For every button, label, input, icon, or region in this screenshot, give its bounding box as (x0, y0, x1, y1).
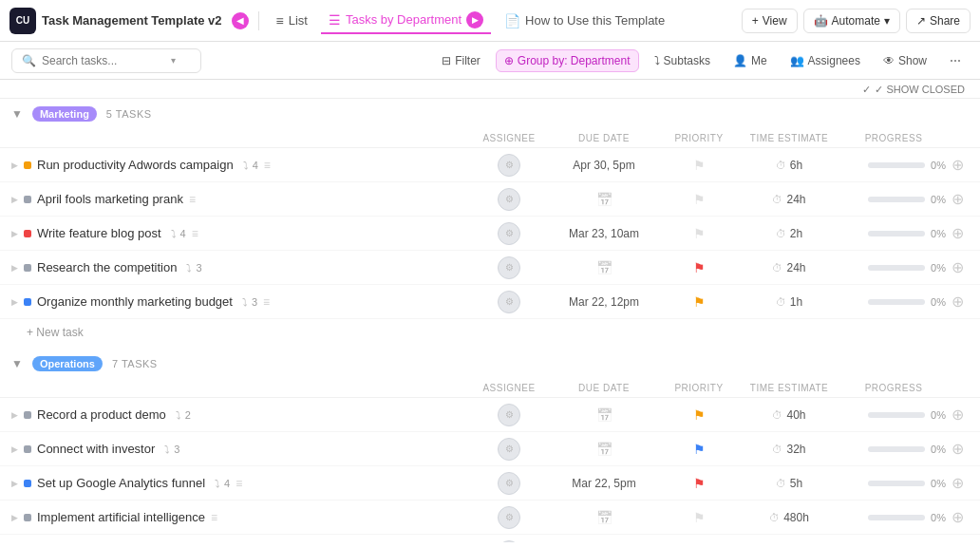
time-estimate-cell: ⏱5h (737, 477, 841, 490)
task-menu-icon[interactable]: ≡ (236, 477, 242, 490)
table-row[interactable]: ▶Set up Google Analytics funnel⤵4≡⚙Mar 2… (0, 466, 980, 501)
col-header-6 (946, 383, 969, 393)
show-closed-btn[interactable]: ✓ ✓ SHOW CLOSED (862, 84, 965, 96)
collapse-btn-operations[interactable]: ▼ (11, 357, 23, 370)
task-count-marketing: 5 TASKS (106, 108, 152, 120)
share-btn[interactable]: ↗ Share (906, 9, 971, 33)
add-field-btn[interactable]: ⊕ (946, 293, 969, 311)
col-header-3: PRIORITY (661, 133, 737, 143)
table-row[interactable]: ▶Implement artificial intelligence≡⚙📅⚑⏱4… (0, 501, 980, 535)
avatar: ⚙ (498, 506, 520, 529)
new-task-btn[interactable]: + New task (27, 326, 84, 339)
tab-list[interactable]: ≡ List (269, 9, 315, 32)
progress-cell: 0% (841, 444, 946, 455)
table-row[interactable]: ▶Write feature blog post⤵4≡⚙Mar 23, 10am… (0, 217, 980, 251)
task-name-text: Implement artificial intelligence (37, 510, 205, 524)
priority-flag: ⚑ (693, 510, 706, 525)
table-row[interactable]: ▶April fools marketing prank≡⚙📅⚑⏱24h 0% … (0, 182, 980, 217)
task-name-cell: ▶Implement artificial intelligence≡ (11, 510, 471, 524)
due-date-cell: 📅 (547, 442, 661, 457)
search-input[interactable] (42, 54, 165, 67)
col-header-1: ASSIGNEE (471, 133, 547, 143)
gear-icon: ⚙ (505, 228, 514, 238)
add-field-btn[interactable]: ⊕ (946, 190, 969, 208)
avatar: ⚙ (498, 540, 520, 543)
add-field-btn[interactable]: ⊕ (946, 156, 969, 174)
calendar-icon: 📅 (596, 510, 612, 525)
group-by-btn[interactable]: ⊕ Group by: Department (496, 49, 639, 72)
tab-how-to[interactable]: 📄 How to Use this Template (497, 9, 672, 32)
more-options-btn[interactable]: ⋯ (942, 50, 969, 71)
chevron-down-icon: ▾ (884, 14, 890, 28)
add-field-btn[interactable]: ⊕ (946, 508, 969, 526)
task-menu-icon[interactable]: ≡ (211, 511, 217, 524)
priority-flag: ⚑ (693, 442, 706, 457)
add-field-btn[interactable]: ⊕ (946, 474, 969, 492)
add-field-btn[interactable]: ⊕ (946, 406, 969, 424)
add-field-btn[interactable]: ⊕ (946, 440, 969, 458)
expand-arrow[interactable]: ▶ (11, 161, 18, 170)
table-row[interactable]: ▶Hire VP of marketing⤵4⚙Mar 26, 4pm⚑⏱80h… (0, 535, 980, 542)
me-btn[interactable]: 👤 Me (726, 50, 775, 71)
expand-arrow[interactable]: ▶ (11, 410, 18, 420)
task-menu-icon[interactable]: ≡ (264, 159, 271, 172)
expand-arrow[interactable]: ▶ (11, 297, 18, 307)
nav-back-btn[interactable]: ◀ (232, 12, 249, 29)
show-closed-area: ✓ ✓ SHOW CLOSED (0, 80, 980, 99)
task-status-dot (24, 480, 31, 487)
subtask-icon: ⤵ (215, 478, 220, 489)
task-menu-icon[interactable]: ≡ (263, 295, 270, 309)
search-box[interactable]: 🔍 ▾ (11, 48, 201, 73)
assignees-btn[interactable]: 👥 Assignees (782, 50, 868, 71)
table-row[interactable]: ▶Connect with investor⤵3⚙📅⚑⏱32h 0% ⊕ (0, 432, 980, 466)
expand-arrow[interactable]: ▶ (11, 195, 18, 204)
time-icon: ⏱ (772, 444, 782, 455)
table-row[interactable]: ▶Run productivity Adwords campaign⤵4≡⚙Ap… (0, 148, 980, 182)
task-name-text: Research the competition (37, 260, 177, 274)
calendar-icon: 📅 (596, 192, 612, 207)
task-status-dot (24, 161, 31, 169)
expand-arrow[interactable]: ▶ (11, 479, 18, 488)
task-name-text: April fools marketing prank (37, 192, 183, 206)
collapse-btn-marketing[interactable]: ▼ (11, 107, 23, 121)
subtask-count: 3 (252, 296, 257, 308)
time-value: 2h (790, 227, 802, 240)
expand-arrow[interactable]: ▶ (11, 513, 18, 522)
avatar: ⚙ (498, 438, 520, 461)
expand-arrow[interactable]: ▶ (11, 263, 18, 273)
time-value: 5h (790, 477, 802, 490)
group-tag-marketing: Marketing (32, 106, 97, 122)
task-name-cell: ▶Research the competition⤵3 (11, 260, 471, 274)
assignees-icon: 👥 (790, 54, 804, 67)
tab-tasks-by-dept[interactable]: ☰ Tasks by Department ▶ (321, 8, 491, 34)
calendar-icon: 📅 (596, 442, 612, 457)
task-name-cell: ▶April fools marketing prank≡ (11, 192, 471, 206)
subtask-icon: ⤵ (186, 262, 192, 274)
automate-btn[interactable]: 🤖 Automate ▾ (803, 9, 900, 33)
add-field-btn[interactable]: ⊕ (946, 258, 969, 276)
table-row[interactable]: ▶Record a product demo⤵2⚙📅⚑⏱40h 0% ⊕ (0, 398, 980, 432)
due-date-cell: 📅 (547, 407, 661, 423)
group-tag-operations: Operations (32, 356, 103, 371)
show-btn[interactable]: 👁 Show (876, 50, 934, 71)
search-dropdown-arrow[interactable]: ▾ (171, 55, 176, 66)
project-title: Task Management Template v2 (42, 13, 222, 28)
calendar-icon: 📅 (596, 260, 612, 275)
time-icon: ⏱ (769, 512, 780, 523)
table-row[interactable]: ▶Research the competition⤵3⚙📅⚑⏱24h 0% ⊕ (0, 251, 980, 285)
time-estimate-cell: ⏱40h (737, 408, 841, 422)
task-menu-icon[interactable]: ≡ (192, 227, 198, 240)
assignee-cell: ⚙ (471, 256, 547, 279)
progress-cell: 0% (841, 296, 946, 308)
expand-arrow[interactable]: ▶ (11, 444, 18, 454)
expand-arrow[interactable]: ▶ (11, 229, 18, 238)
task-menu-icon[interactable]: ≡ (189, 193, 196, 206)
table-row[interactable]: ▶Organize monthly marketing budget⤵3≡⚙Ma… (0, 285, 980, 319)
add-field-btn[interactable]: ⊕ (946, 224, 969, 242)
time-icon: ⏱ (772, 409, 782, 421)
add-view-btn[interactable]: + View (742, 9, 798, 33)
task-status-dot (24, 445, 31, 453)
subtasks-btn[interactable]: ⤵ Subtasks (647, 50, 718, 71)
progress-bar (868, 197, 925, 202)
filter-btn[interactable]: ⊟ Filter (434, 50, 488, 71)
